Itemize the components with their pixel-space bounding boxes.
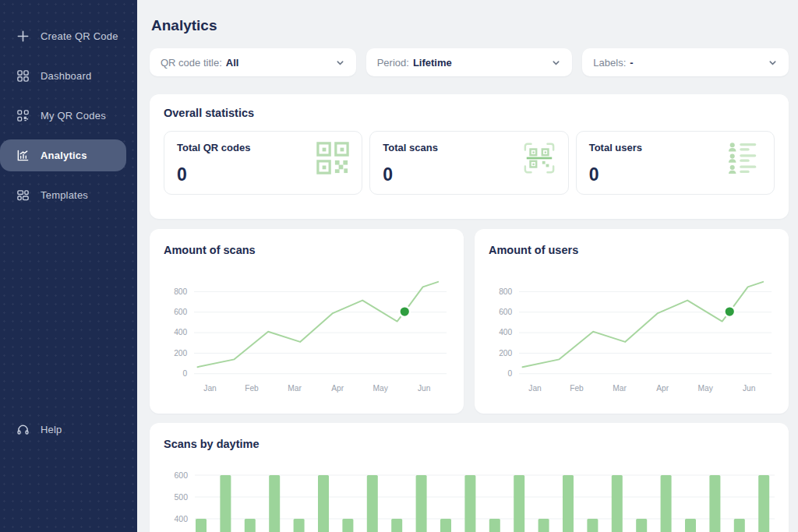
sidebar-item-my-qr-codes[interactable]: My QR Codes (0, 100, 126, 132)
qr-scan-icon (523, 142, 556, 184)
filter-label: Period: (377, 57, 409, 69)
svg-text:May: May (373, 384, 389, 393)
svg-text:0: 0 (508, 369, 513, 378)
overall-statistics-card: Overall statistics Total QR codes 0 (150, 94, 789, 219)
svg-text:800: 800 (499, 287, 512, 296)
svg-text:400: 400 (174, 328, 187, 336)
svg-text:200: 200 (174, 349, 187, 358)
sidebar-item-create-qr-code[interactable]: Create QR Code (0, 20, 126, 52)
svg-text:400: 400 (499, 328, 512, 336)
svg-text:200: 200 (499, 349, 512, 358)
filter-period[interactable]: Period: Lifetime (366, 48, 573, 76)
sidebar-item-label: Templates (41, 189, 88, 201)
chart-title: Amount of users (489, 244, 775, 256)
filter-value: Lifetime (413, 57, 452, 69)
sidebar-item-label: Create QR Code (41, 30, 118, 42)
amount-of-users-card: Amount of users 8006004002000JanFebMarAp… (475, 229, 789, 414)
page-title: Analytics (151, 17, 789, 34)
svg-text:800: 800 (174, 287, 187, 296)
chevron-down-icon (768, 58, 778, 68)
chart-title: Amount of scans (164, 244, 450, 256)
amount-of-users-chart: 8006004002000JanFebMarAprMayJun (489, 266, 775, 404)
amount-of-scans-card: Amount of scans 8006004002000JanFebMarAp… (150, 229, 464, 414)
templates-icon (16, 188, 30, 203)
chart-title: Scans by daytime (164, 438, 775, 450)
svg-text:May: May (698, 384, 714, 393)
stat-total-scans: Total scans 0 (369, 131, 568, 195)
stat-total-qr-codes: Total QR codes 0 (164, 131, 362, 195)
svg-text:Mar: Mar (288, 384, 302, 393)
sidebar: Create QR Code Dashboard My QR Codes Ana… (0, 0, 137, 532)
scans-by-daytime-chart: 600500400 (164, 460, 775, 532)
charts-row: Amount of scans 8006004002000JanFebMarAp… (150, 229, 789, 414)
filter-value: All (226, 57, 239, 69)
svg-text:500: 500 (174, 492, 188, 502)
filter-labels[interactable]: Labels: - (582, 48, 789, 76)
stat-value: 0 (177, 166, 250, 184)
sidebar-item-label: Analytics (41, 150, 87, 161)
svg-text:Feb: Feb (570, 384, 584, 393)
sidebar-item-help[interactable]: Help (0, 414, 137, 446)
stat-value: 0 (589, 166, 642, 184)
qr-code-icon (316, 142, 349, 184)
headphones-icon (16, 422, 30, 437)
filter-value: - (630, 57, 633, 69)
svg-text:Jun: Jun (743, 384, 756, 393)
svg-text:600: 600 (174, 470, 188, 480)
svg-text:Apr: Apr (656, 384, 669, 393)
sidebar-item-templates[interactable]: Templates (0, 179, 126, 211)
sidebar-item-analytics[interactable]: Analytics (0, 139, 126, 171)
stat-label: Total scans (383, 142, 438, 153)
svg-text:Jun: Jun (418, 384, 431, 393)
qr-codes-icon (16, 108, 30, 123)
stat-label: Total QR codes (177, 142, 250, 153)
sidebar-item-label: Dashboard (41, 70, 91, 82)
main-content: Analytics QR code title: All Period: Lif… (137, 0, 798, 532)
users-list-icon (727, 142, 761, 184)
svg-text:Mar: Mar (613, 384, 627, 393)
svg-text:Jan: Jan (203, 384, 217, 393)
filter-row: QR code title: All Period: Lifetime Labe… (150, 48, 789, 76)
scans-by-daytime-card: Scans by daytime 600500400 (150, 423, 789, 532)
overall-statistics-title: Overall statistics (164, 107, 775, 119)
chevron-down-icon (551, 58, 561, 68)
svg-text:600: 600 (499, 308, 512, 316)
sidebar-item-label: My QR Codes (41, 110, 106, 122)
filter-label: QR code title: (161, 57, 222, 69)
svg-text:0: 0 (183, 369, 188, 378)
sidebar-item-dashboard[interactable]: Dashboard (0, 60, 126, 92)
amount-of-scans-chart: 8006004002000JanFebMarAprMayJun (164, 266, 450, 404)
filter-label: Labels: (593, 57, 626, 69)
plus-icon (16, 29, 30, 44)
sidebar-item-label: Help (41, 424, 62, 435)
stat-value: 0 (383, 166, 438, 184)
analytics-icon (16, 148, 30, 163)
stats-row: Total QR codes 0 Total scans 0 (164, 131, 775, 195)
svg-text:600: 600 (174, 308, 187, 316)
filter-qr-code-title[interactable]: QR code title: All (150, 48, 356, 76)
svg-text:Jan: Jan (528, 384, 542, 393)
dashboard-icon (16, 69, 30, 83)
stat-label: Total users (589, 142, 642, 153)
stat-total-users: Total users 0 (576, 131, 775, 195)
chevron-down-icon (335, 58, 345, 68)
svg-text:400: 400 (174, 514, 188, 523)
svg-text:Feb: Feb (245, 384, 259, 393)
svg-text:Apr: Apr (331, 384, 344, 393)
